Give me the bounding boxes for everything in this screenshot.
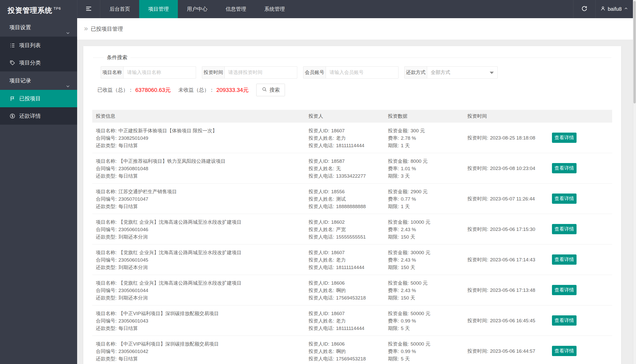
nav-item-user-center[interactable]: 用户中心 — [178, 0, 217, 18]
invest-data-cell: 投资金额:5000 元 费率:2.43 % 期限:150 天 — [384, 275, 464, 305]
invest-time-value: 2023-05-06 17:14:43 — [490, 257, 535, 262]
rate-label: 费率: — [388, 349, 399, 354]
investor-id-value: 18607 — [331, 250, 345, 255]
nav-item-dashboard[interactable]: 后台首页 — [100, 0, 139, 18]
sidebar-group-project-records[interactable]: 项目记录 — [0, 71, 77, 90]
view-detail-button[interactable]: 查看详情 — [552, 133, 577, 143]
investor-id-label: 投资人ID: — [309, 219, 329, 225]
investor-id-label: 投资人ID: — [309, 158, 329, 164]
investor-phone-value: 17569453218 — [336, 295, 366, 301]
rate-label: 费率: — [388, 135, 399, 141]
invest-info-cell: 项目名称:【中正VIP福利项目】深圳碳排放配额交易项目 合同编号:2305060… — [92, 305, 305, 336]
view-detail-button[interactable]: 查看详情 — [552, 194, 577, 204]
member-account-input[interactable] — [326, 67, 398, 78]
search-legend: 条件搜索 — [104, 54, 130, 61]
repay-type-value: 到期还本分润 — [118, 265, 148, 270]
view-detail-button[interactable]: 查看详情 — [552, 224, 577, 234]
app-root: 投资管理系统TP6 后台首页 项目管理 用户中心 信息管理 系统管理 baifu… — [0, 0, 636, 364]
view-detail-button[interactable]: 查看详情 — [552, 285, 577, 295]
amount-label: 投资金额: — [388, 280, 409, 286]
rate-value: 0.77 % — [401, 196, 416, 202]
nav-item-info-management[interactable]: 信息管理 — [217, 0, 255, 18]
investor-id-value: 18607 — [331, 311, 345, 316]
chevron-down-icon — [65, 78, 70, 96]
investor-name-value: 老力 — [336, 257, 346, 263]
invest-time-label: 投资时间: — [467, 348, 488, 354]
invest-data-cell: 投资金额:30000 元 费率:2.43 % 期限:150 天 — [384, 244, 464, 275]
invest-time-label: 投资时间: — [467, 318, 488, 323]
view-detail-button[interactable]: 查看详情 — [552, 315, 577, 326]
term-value: 150 天 — [401, 265, 415, 270]
invest-time-label: 投资时间: — [467, 287, 488, 293]
sidebar-toggle-button[interactable] — [77, 0, 100, 18]
sidebar-group-label: 项目记录 — [9, 78, 31, 83]
search-button[interactable]: 搜索 — [256, 84, 285, 96]
scrollbar-thumb[interactable] — [633, 1, 636, 103]
repay-type-label: 还款类型: — [96, 204, 117, 209]
refresh-button[interactable] — [573, 0, 595, 18]
top-bar: 投资管理系统TP6 后台首页 项目管理 用户中心 信息管理 系统管理 baifu… — [0, 0, 636, 18]
investor-cell: 投资人ID:18556 投资人姓名:测试 投资人电话:18888888888 — [305, 184, 384, 214]
pending-profit-label: 未收益（总）： — [178, 87, 214, 93]
chevron-up-icon — [624, 6, 628, 12]
invest-table: 投资信息 投资人 投资数据 投资时间 项目名称:中正建投新手体验项目【体验项目 … — [92, 110, 612, 364]
invest-time-cell: 投资时间:2023-05-06 17:14:43 — [464, 244, 548, 275]
repay-method-select[interactable]: 全部方式 — [427, 67, 497, 78]
nav-item-system-management[interactable]: 系统管理 — [255, 0, 294, 18]
contract-no-value: 23050601045 — [118, 257, 148, 263]
investor-name-label: 投资人姓名: — [309, 288, 334, 293]
repay-type-label: 还款类型: — [96, 356, 117, 361]
amount-label: 投资金额: — [388, 341, 409, 347]
list-icon — [9, 42, 15, 48]
term-value: 5 天 — [401, 356, 410, 361]
action-cell: 查看详情 — [548, 184, 612, 214]
action-cell: 查看详情 — [548, 214, 612, 244]
invest-info-cell: 项目名称:【党旗红 企业兴】沈海高速公路两城至汾水段改扩建项目 合同编号:230… — [92, 214, 305, 244]
repay-type-value: 到期还本分润 — [118, 295, 148, 301]
invest-data-cell: 投资金额:2900 元 费率:0.77 % 期限:1 天 — [384, 184, 464, 214]
investor-id-value: 18607 — [331, 128, 345, 133]
term-value: 150 天 — [401, 295, 415, 301]
repay-type-label: 还款类型: — [96, 295, 117, 301]
nav-item-project-management[interactable]: 项目管理 — [139, 0, 178, 18]
hamburger-icon — [85, 5, 92, 13]
repay-type-value: 每日结算 — [118, 143, 138, 148]
invest-time-input[interactable] — [225, 67, 297, 78]
term-label: 期限: — [388, 173, 399, 179]
invest-time-value: 2023-05-06 17:13:48 — [490, 287, 535, 293]
sidebar-group-project-settings[interactable]: 项目设置 — [0, 18, 77, 37]
page-scrollbar[interactable] — [633, 0, 636, 364]
investor-phone-label: 投资人电话: — [309, 234, 334, 240]
user-menu[interactable]: baifu8 — [595, 0, 633, 18]
project-name-value: 【中正VIP福利项目】深圳碳排放配额交易项目 — [118, 341, 219, 347]
page-title: 已投项目管理 — [91, 25, 123, 33]
amount-label: 投资金额: — [388, 250, 409, 255]
investor-name-label: 投资人姓名: — [309, 257, 334, 263]
investor-phone-label: 投资人电话: — [309, 173, 334, 179]
view-detail-button[interactable]: 查看详情 — [552, 254, 577, 265]
invest-time-value: 2023-05-06 16:45:45 — [490, 318, 535, 323]
view-detail-button[interactable]: 查看详情 — [552, 163, 577, 173]
contract-no-value: 23082501049 — [118, 135, 148, 141]
project-name-value: 【中正推荐福利项目】铁力至凤阳段公路建设项目 — [118, 158, 225, 164]
invest-time-value: 2023-05-06 17:15:30 — [490, 227, 535, 232]
investor-name-label: 投资人姓名: — [309, 166, 334, 171]
flag-icon — [9, 96, 15, 102]
investor-cell: 投资人ID:18587 投资人姓名:无 投资人电话:13353422277 — [305, 153, 384, 183]
sidebar-item-project-category[interactable]: 项目分类 — [0, 54, 77, 71]
term-label: 期限: — [388, 204, 399, 209]
content-card: 条件搜索 项目名称 投资时间 会员账号 还款方式 全 — [83, 46, 621, 364]
investor-id-value: 18556 — [331, 189, 345, 194]
header-invest-data: 投资数据 — [384, 113, 464, 120]
investor-phone-label: 投资人电话: — [309, 326, 334, 331]
investor-name-label: 投资人姓名: — [309, 349, 334, 354]
action-cell: 查看详情 — [548, 275, 612, 305]
sidebar-item-repayment-details[interactable]: 还款详情 — [0, 107, 77, 125]
contract-no-value: 23050601043 — [118, 318, 148, 324]
view-detail-button[interactable]: 查看详情 — [552, 346, 577, 356]
contract-no-label: 合同编号: — [96, 135, 117, 141]
invest-info-cell: 项目名称:【中正推荐福利项目】铁力至凤阳段公路建设项目 合同编号:2305080… — [92, 153, 305, 183]
main-content: » 已投项目管理 条件搜索 项目名称 投资时间 会员账号 — [77, 18, 633, 364]
project-name-input[interactable] — [124, 67, 196, 78]
contract-no-value: 23050801048 — [118, 166, 148, 171]
